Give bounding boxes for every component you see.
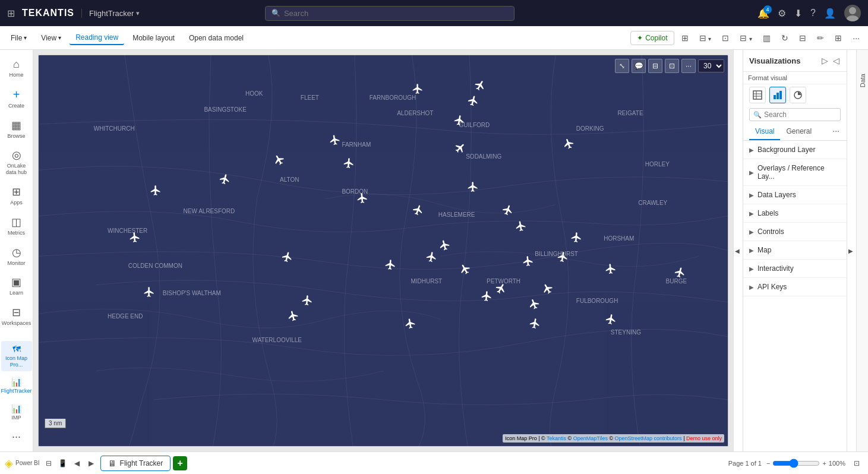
zoom-slider[interactable]	[772, 459, 820, 468]
draw-btn[interactable]: ✏	[813, 31, 828, 45]
sidebar-item-metrics[interactable]: ◫ Metrics	[1, 212, 32, 240]
tab-prev-btn[interactable]: ◀	[71, 457, 84, 470]
view-menu[interactable]: View ▾	[35, 31, 67, 45]
viz-section-api-keys[interactable]: ▶ API Keys	[743, 278, 847, 296]
plane-icon[interactable]	[570, 231, 583, 247]
plane-icon[interactable]	[604, 263, 617, 279]
map-zoom-select[interactable]: 30 20 40	[698, 59, 724, 72]
download-icon[interactable]: ⬇	[794, 8, 802, 19]
notification-icon[interactable]: 🔔 4	[757, 8, 769, 19]
data-panel-label[interactable]: Data	[859, 74, 866, 87]
table-btn[interactable]: ⊞	[831, 31, 845, 45]
plane-icon[interactable]	[555, 250, 570, 267]
viz-panel-header: Visualizations ▷ ◁	[743, 50, 847, 72]
refresh-btn[interactable]: ↻	[778, 31, 792, 45]
plane-icon[interactable]	[467, 181, 479, 195]
panel-collapse-right[interactable]: ▶	[847, 50, 856, 451]
viz-search-input[interactable]	[764, 110, 837, 119]
user-menu-icon[interactable]: 👤	[824, 8, 836, 19]
openmaptiles-link[interactable]: OpenMapTiles	[573, 435, 608, 441]
grid-btn[interactable]: ▥	[759, 31, 774, 45]
plane-icon[interactable]	[384, 258, 397, 274]
file-menu[interactable]: File ▾	[5, 31, 33, 45]
tab-next-btn[interactable]: ▶	[85, 457, 98, 470]
sidebar-item-browse[interactable]: ▦ Browse	[1, 115, 32, 143]
mobile-layout-btn[interactable]: Mobile layout	[127, 31, 181, 45]
viz-collapse-icon[interactable]: ◁	[832, 55, 841, 67]
plane-icon[interactable]	[150, 185, 162, 200]
plane-icon[interactable]	[342, 157, 355, 173]
align-btn[interactable]: ⊟ ▾	[736, 31, 756, 45]
viz-section-map[interactable]: ▶ Map	[743, 241, 847, 260]
viz-section-data-layers[interactable]: ▶ Data Layers	[743, 186, 847, 204]
tekantis-link[interactable]: Tekantis	[547, 435, 566, 441]
copilot-btn[interactable]: ✦ Copilot	[630, 31, 674, 45]
plane-icon[interactable]	[604, 312, 618, 329]
plane-icon[interactable]	[480, 290, 493, 306]
sidebar-item-create[interactable]: + Create	[1, 84, 32, 113]
viz-tab-general[interactable]: General	[780, 124, 818, 140]
sidebar-item-apps[interactable]: ⊞ Apps	[1, 182, 32, 210]
osm-link[interactable]: OpenStreetMap contributors	[615, 435, 682, 441]
viz-search-bar[interactable]: 🔍	[749, 108, 841, 121]
plane-icon[interactable]	[412, 83, 424, 98]
save-btn[interactable]: ⊟	[796, 31, 810, 45]
viz-section-controls[interactable]: ▶ Controls	[743, 223, 847, 241]
layout-toggle-btn[interactable]: ⊞	[678, 31, 692, 45]
top-search-bar[interactable]: 🔍	[265, 6, 515, 21]
help-icon[interactable]: ?	[810, 8, 816, 18]
plane-icon[interactable]	[128, 231, 141, 247]
map-settings-btn[interactable]: ⊟	[648, 59, 662, 73]
more-btn[interactable]: ···	[849, 31, 863, 45]
plane-icon[interactable]	[143, 286, 155, 301]
map-comment-btn[interactable]: 💬	[632, 59, 646, 73]
reading-view-btn[interactable]: Reading view	[70, 31, 124, 45]
viz-tab-more[interactable]: ···	[831, 124, 841, 140]
sidebar-item-imp[interactable]: 📊 IMP	[1, 400, 32, 425]
sidebar-item-iconmap[interactable]: 🗺 Icon Map Pro...	[1, 341, 32, 372]
format-tab-analytics[interactable]	[790, 87, 806, 103]
flight-tracker-tab[interactable]: 🖥 Flight Tracker	[100, 456, 171, 471]
sidebar-item-home[interactable]: ⌂ Home	[1, 55, 32, 82]
search-input[interactable]	[284, 9, 508, 18]
format-tab-visual[interactable]	[769, 87, 786, 103]
sidebar-item-workspaces[interactable]: ⊟ Workspaces	[1, 302, 32, 330]
plane-icon[interactable]	[301, 293, 314, 309]
tab-monitor-btn[interactable]: ⊟	[42, 457, 55, 470]
app-name-chevron[interactable]: ▾	[136, 10, 140, 17]
fit-btn[interactable]: ⊡	[718, 31, 733, 45]
fit-page-btn[interactable]: ⊡	[850, 457, 863, 470]
plane-icon[interactable]	[328, 133, 342, 150]
tab-device-btn[interactable]: 📱	[56, 457, 70, 470]
open-data-model-btn[interactable]: Open data model	[183, 31, 250, 45]
plane-icon[interactable]	[522, 254, 535, 270]
sidebar-item-onlake[interactable]: ◎ OnLake data hub	[1, 145, 32, 179]
sidebar-item-more[interactable]: ···	[1, 427, 32, 447]
sidebar-item-monitor[interactable]: ◷ Monitor	[1, 242, 32, 270]
plane-icon[interactable]	[514, 219, 528, 235]
map-container[interactable]: FARNBOROUGHHOOKFLEETBASINGSTOKEALDERSHOT…	[38, 55, 728, 447]
grid-icon[interactable]: ⊞	[7, 8, 15, 19]
data-panel[interactable]: Data	[856, 50, 868, 451]
viz-section-labels[interactable]: ▶ Labels	[743, 204, 847, 223]
add-tab-btn[interactable]: +	[173, 456, 187, 470]
viz-section-background-layer[interactable]: ▶ Background Layer	[743, 141, 847, 159]
map-more-btn[interactable]: ···	[681, 59, 696, 73]
zoom-in-btn[interactable]: +	[822, 460, 826, 467]
map-resize-btn[interactable]: ⤡	[615, 59, 629, 73]
viz-tab-visual[interactable]: Visual	[749, 124, 780, 140]
viz-expand-icon[interactable]: ▷	[820, 55, 829, 67]
settings-icon[interactable]: ⚙	[778, 8, 786, 19]
plane-icon[interactable]	[356, 192, 369, 208]
viz-section-interactivity[interactable]: ▶ Interactivity	[743, 260, 847, 278]
plane-icon[interactable]	[452, 113, 466, 130]
page-view-btn[interactable]: ⊟ ▾	[696, 31, 715, 45]
viz-section-overlays[interactable]: ▶ Overlays / Reference Lay...	[743, 159, 847, 186]
zoom-out-btn[interactable]: −	[766, 460, 770, 467]
panel-collapse-left[interactable]: ◀	[733, 50, 743, 451]
avatar[interactable]	[844, 5, 861, 21]
map-expand-btn[interactable]: ⊡	[665, 59, 679, 73]
format-tab-table[interactable]	[749, 87, 766, 103]
sidebar-item-learn[interactable]: ▣ Learn	[1, 272, 32, 300]
sidebar-item-flighttracker[interactable]: 📊 FlightTracker	[1, 374, 32, 398]
